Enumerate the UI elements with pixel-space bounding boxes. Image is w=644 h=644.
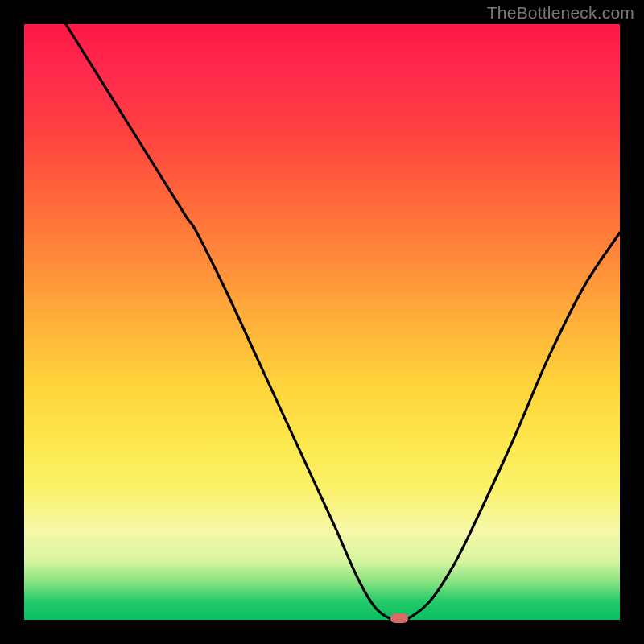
plot-area [24, 24, 620, 620]
watermark: TheBottleneck.com [487, 3, 634, 23]
chart-frame: TheBottleneck.com [0, 0, 644, 644]
optimal-marker [390, 613, 408, 623]
bottleneck-curve [24, 24, 620, 620]
